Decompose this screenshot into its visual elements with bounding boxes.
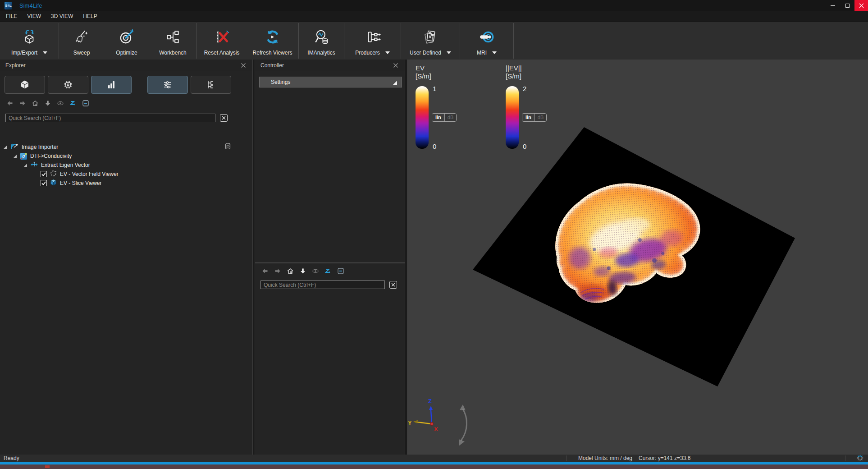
clear-search-icon[interactable] [389,281,397,289]
axis-x-label: X [434,426,438,432]
controller-close-icon[interactable] [393,63,398,68]
toolbar-imp-export[interactable]: Imp/Export [0,22,59,60]
zoom-extents-icon[interactable] [324,267,332,275]
toolbar-label: Reset Analysis [204,50,240,56]
toolbar-user-defined[interactable]: User Defined [401,22,460,60]
checkbox-checked[interactable] [41,180,47,186]
cube-icon [19,79,30,90]
down-arrow-icon[interactable] [44,100,51,107]
tree-label: EV - Vector Field Viewer [60,171,119,177]
tree-label: DTI->Conducivity [30,153,72,159]
brain-slice-image [539,174,721,310]
controller-panel: Controller Settings [255,60,405,455]
colorbar-ev [416,86,429,149]
explorer-header: Explorer [0,60,252,71]
db-button[interactable]: dB [445,114,456,121]
toolbar-producers[interactable]: Producers [344,22,401,60]
viewport-3d[interactable]: EV [S/m] 1 0 lin dB ||EV|| [S/m] [407,60,868,455]
toolbar-sweep[interactable]: Sweep [59,22,104,60]
tab-hierarchy[interactable] [191,76,231,94]
dropdown-arrow-icon[interactable] [43,51,47,54]
expander-icon[interactable] [14,155,17,158]
tree-item-dti-conductivity[interactable]: σ DTI->Conducivity [0,152,252,161]
down-arrow-icon[interactable] [299,267,306,275]
eye-icon[interactable] [56,100,64,107]
tab-analysis[interactable] [91,76,132,94]
tree-label: Extract Eigen Vector [41,162,90,168]
home-icon[interactable] [31,100,39,107]
tree-item-extract-eigen-vector[interactable]: Extract Eigen Vector [0,161,252,170]
controller-splitter[interactable] [255,262,405,263]
db-button[interactable]: dB [535,114,546,121]
explorer-close-icon[interactable] [241,63,246,68]
menu-help[interactable]: HELP [78,13,102,19]
home-icon[interactable] [286,267,294,275]
lin-button[interactable]: lin [522,114,535,121]
toolbar-imanalytics[interactable]: IMAnalytics [299,22,344,60]
tree-item-image-importer[interactable]: Image Importer [0,143,252,152]
close-button[interactable] [854,0,868,11]
toolbar-mri[interactable]: MRI [460,22,513,60]
legend-ev-units: [S/m] [416,72,474,80]
app-logo-icon: S4L [5,2,12,9]
back-icon[interactable] [261,267,269,275]
expander-icon[interactable] [24,164,27,167]
model-units-text: Model Units: mm / deg [578,455,632,461]
controller-search-input[interactable] [260,280,385,289]
bar-chart-icon [106,79,117,90]
settings-section-header[interactable]: Settings [259,77,402,87]
scale-toggle-ev: lin dB [432,113,457,122]
controller-empty-area [255,87,405,262]
toolbar-label: User Defined [410,50,441,56]
tab-model[interactable] [5,76,45,94]
tab-properties[interactable] [147,76,188,94]
dropdown-arrow-icon[interactable] [447,51,451,54]
tree-item-ev-slice-viewer[interactable]: EV - Slice Viewer [0,179,252,188]
explorer-search-row [0,114,252,122]
axis-triad: Z Y X [407,393,461,438]
axis-y-label: Y [408,419,412,426]
checkbox-checked[interactable] [41,171,47,177]
menu-3d-view[interactable]: 3D VIEW [46,13,78,19]
clear-search-icon[interactable] [220,114,228,122]
toolbar-workbench[interactable]: Workbench [149,22,196,60]
dropdown-arrow-icon[interactable] [492,51,497,54]
scale-toggle-ev-norm: lin dB [522,113,547,122]
collapse-all-icon[interactable] [337,267,344,275]
toolbar-optimize[interactable]: Optimize [104,22,149,60]
expander-icon[interactable] [4,146,7,149]
minimize-icon [831,5,835,6]
status-text: Ready [4,455,19,461]
tree-label: Image Importer [22,144,58,150]
toolbar-label: Sweep [73,50,90,56]
toolbar-label: Workbench [159,50,186,56]
eye-icon[interactable] [311,267,319,275]
tab-simulation[interactable] [48,76,88,94]
cursor-coordinates-text: Cursor: y=141 z=33.6 [639,455,690,461]
explorer-search-input[interactable] [5,114,215,122]
explorer-title: Explorer [5,62,26,69]
status-bar: Ready Model Units: mm / deg Cursor: y=14… [0,455,868,462]
minimize-button[interactable] [826,0,840,11]
toolbar-reset-analysis[interactable]: Reset Analysis [197,22,247,60]
menu-file[interactable]: FILE [1,13,22,19]
toolbar-refresh-viewers[interactable]: Refresh Viewers [247,22,298,60]
back-icon[interactable] [6,100,14,107]
menu-view[interactable]: VIEW [22,13,46,19]
lin-button[interactable]: lin [432,114,445,121]
dropdown-arrow-icon[interactable] [385,51,390,54]
toolbar-label: Producers [355,50,380,56]
check-icon [41,172,46,176]
zoom-extents-icon[interactable] [69,100,77,107]
user-defined-icon [422,25,439,49]
sliders-icon [162,79,173,90]
collapse-all-icon[interactable] [82,100,89,107]
tree-item-ev-vector-field-viewer[interactable]: EV - Vector Field Viewer [0,170,252,179]
forward-icon[interactable] [274,267,281,275]
toolbar-label: Imp/Export [11,50,37,56]
colorbar-min-tick: 0 [433,143,436,150]
controller-header: Controller [255,60,405,71]
tree-structure-icon [206,79,216,90]
maximize-button[interactable] [840,0,854,11]
forward-icon[interactable] [18,100,26,107]
